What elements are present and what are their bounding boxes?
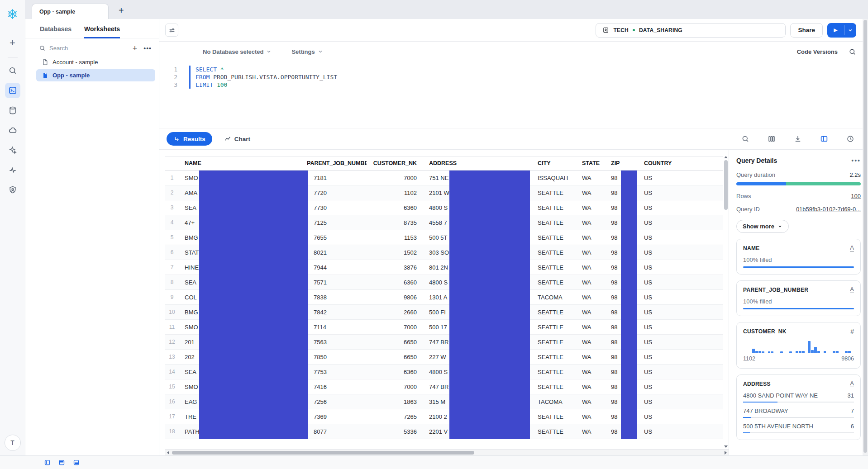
row-number: 3 bbox=[165, 204, 179, 211]
table-vertical-scrollbar[interactable] bbox=[723, 156, 729, 449]
sidebar-search[interactable]: Search + ••• bbox=[39, 45, 152, 52]
row-number: 10 bbox=[165, 309, 179, 315]
database-selector[interactable]: No Database selected bbox=[203, 48, 272, 55]
governance-shield-nav-icon[interactable] bbox=[5, 182, 20, 198]
filled-label: 100% filled bbox=[743, 298, 854, 305]
more-options-icon[interactable]: ••• bbox=[143, 45, 152, 52]
results-table: NAMEPARENT_JOB_NUMBERCUSTOMER_NKADDRESSC… bbox=[165, 156, 723, 439]
column-header-customer_nk[interactable]: CUSTOMER_NK bbox=[367, 160, 423, 166]
column-header-country[interactable]: COUNTRY bbox=[638, 160, 676, 166]
code-line[interactable]: 2FROM PROD_PUBLISH.VISTA.OPPORTUNITY_LIS… bbox=[159, 73, 868, 81]
duration-label: Query duration bbox=[736, 171, 775, 178]
results-arrow-icon bbox=[173, 136, 180, 142]
column-header-state[interactable]: STATE bbox=[576, 160, 605, 166]
context-selector[interactable]: TECH DATA_SHARING bbox=[596, 23, 786, 38]
code-versions-link[interactable]: Code Versions bbox=[797, 48, 838, 55]
cell: SEATTLE bbox=[532, 354, 576, 360]
worksheet-tab[interactable]: Opp - sample bbox=[32, 4, 109, 19]
share-button[interactable]: Share bbox=[790, 23, 823, 38]
table-horizontal-scrollbar[interactable] bbox=[165, 449, 729, 455]
cell: SEATTLE bbox=[532, 189, 576, 196]
results-search-icon[interactable] bbox=[741, 135, 749, 143]
query-id-value[interactable]: 01b59fb3-0102-7d69-0... bbox=[796, 206, 861, 213]
new-worksheet-button[interactable]: + bbox=[5, 35, 20, 51]
scroll-up-arrow-icon[interactable] bbox=[724, 156, 728, 158]
text-type-icon: A bbox=[850, 245, 854, 251]
worksheets-nav-icon[interactable] bbox=[5, 83, 20, 98]
text-type-icon: A bbox=[850, 380, 854, 387]
column-stat-card-name[interactable]: NAMEA100% filled bbox=[736, 239, 861, 275]
cell: 7000 bbox=[367, 324, 423, 331]
activity-nav-icon[interactable] bbox=[5, 162, 20, 178]
column-header-address[interactable]: ADDRESS bbox=[423, 160, 532, 166]
tab-results[interactable]: Results bbox=[167, 132, 212, 146]
column-stat-card-address[interactable]: ADDRESSA4800 SAND POINT WAY NE31747 BROA… bbox=[736, 374, 861, 440]
column-header-city[interactable]: CITY bbox=[532, 160, 576, 166]
redaction-overlay-address bbox=[449, 171, 530, 439]
code-line[interactable]: 3LIMIT 100 bbox=[159, 81, 868, 89]
tab-chart[interactable]: Chart bbox=[224, 135, 250, 142]
columns-icon[interactable] bbox=[768, 135, 776, 143]
add-tab-icon[interactable]: + bbox=[119, 5, 124, 16]
download-icon[interactable] bbox=[794, 135, 802, 143]
footer-bar bbox=[0, 455, 868, 469]
scroll-left-arrow-icon[interactable] bbox=[167, 451, 169, 455]
top-value-count: 7 bbox=[851, 407, 854, 414]
cell: TACOMA bbox=[532, 398, 576, 405]
vertical-scroll-thumb[interactable] bbox=[724, 160, 728, 210]
history-clock-icon[interactable] bbox=[846, 135, 854, 143]
column-header-name[interactable]: NAME bbox=[179, 160, 301, 166]
horizontal-scroll-thumb[interactable] bbox=[172, 451, 474, 455]
column-header-zip[interactable]: ZIP bbox=[605, 160, 638, 166]
settings-dropdown[interactable]: Settings bbox=[291, 48, 323, 55]
tab-databases[interactable]: Databases bbox=[40, 25, 72, 38]
data-nav-icon[interactable] bbox=[5, 103, 20, 118]
run-play-icon[interactable]: ▶ bbox=[827, 23, 844, 38]
results-tab-label: Results bbox=[183, 136, 205, 142]
toggle-top-panel-icon[interactable] bbox=[58, 459, 65, 466]
code-text: LIMIT 100 bbox=[189, 81, 227, 89]
scroll-down-arrow-icon[interactable] bbox=[724, 445, 728, 448]
worksheet-options-icon[interactable] bbox=[165, 24, 178, 37]
sidebar-item-opp-sample[interactable]: Opp - sample bbox=[36, 69, 155, 81]
split-panel-icon[interactable] bbox=[820, 135, 828, 143]
show-more-button[interactable]: Show more bbox=[736, 220, 789, 233]
column-stat-card-parent_job_number[interactable]: PARENT_JOB_NUMBERA100% filled bbox=[736, 280, 861, 316]
sql-editor[interactable]: 1SELECT *2FROM PROD_PUBLISH.VISTA.OPPORT… bbox=[159, 62, 868, 128]
top-value-label: 4800 SAND POINT WAY NE bbox=[743, 392, 818, 399]
toggle-bottom-panel-icon[interactable] bbox=[73, 459, 80, 466]
query-details-more-icon[interactable]: ••• bbox=[851, 157, 861, 164]
add-worksheet-icon[interactable]: + bbox=[133, 45, 138, 52]
user-avatar[interactable]: T bbox=[5, 435, 21, 451]
snowflake-logo-icon[interactable]: ❄ bbox=[7, 7, 18, 22]
toggle-left-panel-icon[interactable] bbox=[44, 459, 51, 466]
stat-column-name: ADDRESS bbox=[743, 381, 771, 387]
column-stat-card-customer_nk[interactable]: CUSTOMER_NK#11029806 bbox=[736, 322, 861, 369]
code-line[interactable]: 1SELECT * bbox=[159, 66, 868, 73]
cell: 7655 bbox=[301, 234, 367, 241]
ai-sparkles-nav-icon[interactable] bbox=[5, 142, 20, 158]
cell: 6650 bbox=[367, 339, 423, 346]
chevron-down-icon bbox=[777, 224, 782, 229]
editor-search-icon[interactable] bbox=[849, 48, 856, 56]
cell: SEATTLE bbox=[532, 234, 576, 241]
column-stats-list: NAMEA100% filledPARENT_JOB_NUMBERA100% f… bbox=[736, 239, 861, 440]
tab-worksheets[interactable]: Worksheets bbox=[84, 25, 120, 38]
row-number: 2 bbox=[165, 189, 179, 196]
run-options-caret-icon[interactable] bbox=[844, 23, 856, 38]
stat-column-name: PARENT_JOB_NUMBER bbox=[743, 287, 808, 293]
cell: 1502 bbox=[367, 249, 423, 256]
rows-value[interactable]: 100 bbox=[851, 193, 861, 199]
page-scrollbar[interactable] bbox=[863, 19, 868, 455]
search-nav-icon[interactable] bbox=[5, 63, 20, 78]
cloud-nav-icon[interactable] bbox=[5, 123, 20, 138]
cell: WA bbox=[576, 234, 605, 241]
search-icon bbox=[39, 45, 46, 52]
page-scroll-thumb[interactable] bbox=[863, 20, 867, 453]
scroll-right-arrow-icon[interactable] bbox=[725, 451, 727, 455]
sliders-icon bbox=[168, 27, 176, 34]
sidebar-item-account-sample[interactable]: Account - sample bbox=[36, 56, 155, 68]
cell: US bbox=[638, 354, 676, 360]
cell: 9806 bbox=[367, 294, 423, 301]
column-header-parent_job_number[interactable]: PARENT_JOB_NUMBER bbox=[301, 160, 367, 166]
